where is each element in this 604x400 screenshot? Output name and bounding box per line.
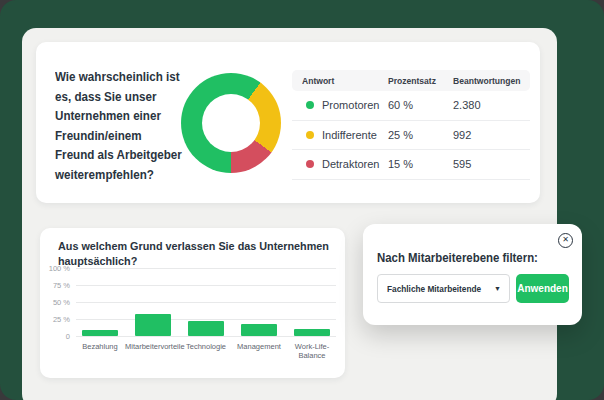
answer-label: Promotoren: [322, 99, 379, 111]
donut-chart: [181, 73, 281, 173]
y-axis-tick-label: 50 %: [42, 298, 70, 307]
category-label: Mitarbeitervorteile: [125, 342, 181, 351]
column-header-beantwortungen: Beantwortungen: [453, 75, 520, 86]
category-label: Work-Life-Balance: [284, 342, 340, 360]
text-line: Wie wahrscheinlich ist: [55, 68, 182, 88]
category-label: Management: [231, 342, 287, 351]
y-axis-tick-label: 0: [42, 332, 70, 341]
legend-dot-icon: [306, 101, 314, 109]
bar-chart-title: Aus welchem Grund verlassen Sie das Unte…: [58, 239, 346, 269]
donut-hole: [202, 94, 260, 152]
filter-popup-title: Nach Mitarbeiterebene filtern:: [377, 251, 538, 265]
table-body: Promotoren 60 % 2.380 Indifferente 25 % …: [292, 91, 530, 180]
bar-chart-plot: [76, 268, 336, 336]
table-row: Indifferente 25 % 992: [292, 121, 530, 151]
responses-value: 2.380: [453, 99, 520, 111]
employee-level-dropdown[interactable]: Fachliche Mitarbeitende ▼: [377, 274, 510, 303]
y-axis-tick-label: 75 %: [42, 281, 70, 290]
text-line: Aus welchem Grund verlassen Sie das Unte…: [58, 239, 329, 254]
legend-dot-icon: [306, 160, 314, 168]
dropdown-selected-value: Fachliche Mitarbeitende: [387, 275, 481, 302]
nps-question: Wie wahrscheinlich istes, dass Sie unser…: [55, 68, 191, 185]
bar-work-life-balance: [294, 329, 330, 336]
category-label: Bezahlung: [72, 342, 128, 351]
nps-results-table: Antwort Prozentsatz Beantwortungen Promo…: [292, 70, 530, 180]
percent-value: 25 %: [388, 129, 453, 141]
text-line: hauptsächlich?: [58, 254, 329, 269]
table-row: Detraktoren 15 % 595: [292, 150, 530, 180]
chevron-down-icon: ▼: [494, 275, 501, 302]
responses-value: 595: [453, 158, 520, 170]
percent-value: 60 %: [388, 99, 453, 111]
y-axis-tick-label: 25 %: [42, 315, 70, 324]
legend-dot-icon: [306, 131, 314, 139]
category-label: Technologie: [178, 342, 234, 351]
bar-bezahlung: [82, 330, 118, 336]
column-header-antwort: Antwort: [302, 75, 379, 86]
bar-chart-card: Aus welchem Grund verlassen Sie das Unte…: [40, 228, 345, 378]
y-axis-tick-label: 100 %: [42, 264, 70, 273]
answer-label: Indifferente: [322, 129, 377, 141]
text-line: Unternehmen einer: [55, 107, 182, 127]
apply-button[interactable]: Anwenden: [516, 274, 569, 303]
text-line: Freund als Arbeitgeber: [55, 146, 182, 166]
bar-management: [241, 324, 277, 336]
bar-technologie: [188, 321, 224, 336]
bar-mitarbeitervorteile: [135, 314, 171, 336]
text-line: weiterempfehlen?: [55, 166, 182, 186]
column-header-prozentsatz: Prozentsatz: [388, 75, 447, 86]
text-line: es, dass Sie unser: [55, 88, 182, 108]
filter-popup: ✕ Nach Mitarbeiterebene filtern: Fachlic…: [363, 224, 582, 325]
dashboard-screenshot: Wie wahrscheinlich istes, dass Sie unser…: [0, 0, 604, 400]
responses-value: 992: [453, 129, 520, 141]
table-header-row: Antwort Prozentsatz Beantwortungen: [292, 70, 530, 91]
text-line: Freundin/einem: [55, 127, 182, 147]
gridline: [76, 302, 336, 303]
gridline: [76, 336, 336, 337]
close-icon[interactable]: ✕: [558, 233, 573, 248]
percent-value: 15 %: [388, 158, 453, 170]
gridline: [76, 319, 336, 320]
gridline: [76, 268, 336, 269]
table-row: Promotoren 60 % 2.380: [292, 91, 530, 121]
gridline: [76, 285, 336, 286]
answer-label: Detraktoren: [322, 158, 379, 170]
nps-card: Wie wahrscheinlich istes, dass Sie unser…: [36, 42, 540, 203]
